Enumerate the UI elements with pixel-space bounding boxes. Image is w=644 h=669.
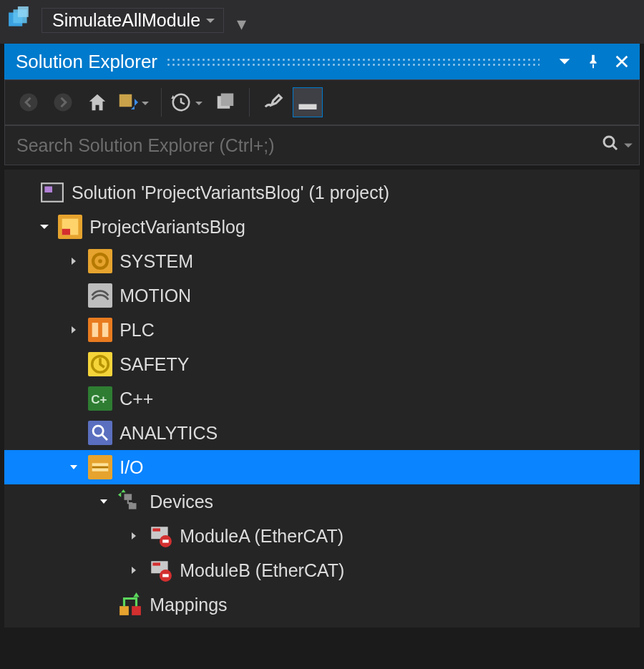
properties-button[interactable] bbox=[258, 87, 288, 117]
explorer-toolbar bbox=[4, 79, 640, 125]
project-label: ProjectVariantsBlog bbox=[89, 217, 245, 238]
configuration-dropdown[interactable]: SimulateAllModule bbox=[42, 8, 224, 33]
io-node[interactable]: I/O bbox=[4, 450, 640, 484]
svg-marker-28 bbox=[118, 492, 121, 497]
twincat-project-icon bbox=[58, 215, 82, 239]
svg-rect-37 bbox=[119, 606, 129, 615]
node-label: SYSTEM bbox=[119, 251, 193, 272]
node-label: MOTION bbox=[119, 285, 191, 306]
module-b-node[interactable]: ModuleB (EtherCAT) bbox=[4, 553, 640, 587]
svg-point-4 bbox=[54, 94, 72, 112]
chevron-down-icon bbox=[205, 10, 216, 31]
expander-expanded-icon[interactable] bbox=[97, 494, 111, 509]
analytics-icon bbox=[88, 421, 112, 445]
chevron-down-icon bbox=[195, 92, 203, 112]
svg-rect-36 bbox=[162, 574, 169, 577]
solution-icon bbox=[40, 180, 64, 205]
node-label: Devices bbox=[150, 492, 213, 512]
expander-collapsed-icon[interactable] bbox=[127, 529, 141, 543]
ethercat-device-icon bbox=[148, 558, 172, 582]
windows-stack-icon bbox=[7, 6, 31, 35]
toolbar-separator bbox=[249, 88, 250, 117]
svg-rect-11 bbox=[299, 104, 317, 110]
cpp-icon: C+ bbox=[88, 386, 112, 411]
search-input[interactable] bbox=[16, 135, 602, 156]
svg-rect-30 bbox=[153, 528, 161, 531]
system-node[interactable]: SYSTEM bbox=[4, 244, 640, 278]
svg-point-3 bbox=[20, 94, 38, 112]
mappings-icon bbox=[118, 592, 142, 617]
motion-node[interactable]: MOTION bbox=[4, 278, 640, 313]
node-label: ModuleA (EtherCAT) bbox=[180, 526, 343, 547]
safety-node[interactable]: SAFETY bbox=[4, 347, 640, 381]
svg-rect-34 bbox=[153, 562, 161, 565]
svg-marker-39 bbox=[133, 592, 140, 597]
system-icon bbox=[88, 249, 112, 273]
sync-view-button[interactable] bbox=[117, 87, 152, 117]
solution-tree: Solution 'ProjectVariantsBlog' (1 projec… bbox=[4, 170, 640, 628]
nav-forward-button[interactable] bbox=[48, 87, 78, 117]
expander-collapsed-icon[interactable] bbox=[67, 323, 81, 337]
ethercat-device-icon bbox=[148, 524, 172, 548]
chevron-down-icon bbox=[141, 92, 150, 112]
safety-icon bbox=[88, 352, 112, 376]
cpp-node[interactable]: C+ C++ bbox=[4, 381, 640, 416]
solution-node[interactable]: Solution 'ProjectVariantsBlog' (1 projec… bbox=[4, 175, 640, 210]
toolbar-separator bbox=[161, 88, 162, 117]
svg-rect-38 bbox=[132, 606, 141, 615]
expander-collapsed-icon[interactable] bbox=[67, 254, 81, 268]
svg-point-12 bbox=[604, 137, 614, 147]
search-icon[interactable] bbox=[602, 135, 619, 156]
node-label: ModuleB (EtherCAT) bbox=[180, 560, 344, 581]
node-label: I/O bbox=[119, 457, 143, 478]
devices-node[interactable]: Devices bbox=[4, 484, 640, 519]
node-label: Mappings bbox=[150, 595, 227, 615]
search-row bbox=[4, 125, 640, 165]
motion-icon bbox=[88, 283, 112, 308]
pin-button[interactable] bbox=[581, 49, 605, 74]
svg-marker-6 bbox=[135, 99, 138, 106]
svg-rect-2 bbox=[18, 6, 29, 17]
top-toolbar: SimulateAllModule ▾ bbox=[0, 0, 644, 44]
svg-rect-10 bbox=[221, 94, 234, 107]
devices-icon bbox=[118, 489, 142, 514]
svg-rect-16 bbox=[62, 229, 70, 235]
svg-marker-27 bbox=[121, 489, 125, 492]
solution-label: Solution 'ProjectVariantsBlog' (1 projec… bbox=[72, 182, 389, 203]
project-node[interactable]: ProjectVariantsBlog bbox=[4, 210, 640, 244]
io-icon bbox=[88, 455, 112, 479]
node-label: C++ bbox=[119, 389, 153, 409]
svg-point-18 bbox=[98, 259, 102, 263]
plc-node[interactable]: PLC bbox=[4, 313, 640, 347]
svg-rect-20 bbox=[102, 323, 109, 337]
preview-button[interactable] bbox=[293, 87, 323, 117]
toolbar-overflow-icon[interactable]: ▾ bbox=[234, 6, 246, 35]
node-label: SAFETY bbox=[119, 354, 189, 375]
svg-rect-19 bbox=[92, 323, 99, 337]
expander-expanded-icon[interactable] bbox=[67, 460, 81, 474]
expander-collapsed-icon[interactable] bbox=[127, 563, 141, 577]
svg-rect-32 bbox=[162, 539, 169, 542]
window-menu-button[interactable] bbox=[552, 49, 577, 74]
mappings-node[interactable]: Mappings bbox=[4, 587, 640, 622]
pending-changes-button[interactable] bbox=[170, 87, 206, 117]
node-label: PLC bbox=[119, 320, 155, 341]
titlebar-grip bbox=[166, 57, 540, 66]
svg-rect-25 bbox=[125, 494, 132, 500]
configuration-name: SimulateAllModule bbox=[52, 10, 200, 31]
svg-rect-14 bbox=[44, 187, 52, 193]
node-label: ANALYTICS bbox=[119, 423, 218, 444]
expander-expanded-icon[interactable] bbox=[36, 220, 51, 234]
svg-rect-5 bbox=[119, 94, 132, 107]
module-a-node[interactable]: ModuleA (EtherCAT) bbox=[4, 519, 640, 553]
home-button[interactable] bbox=[82, 87, 112, 117]
svg-text:C+: C+ bbox=[91, 393, 107, 406]
nav-back-button[interactable] bbox=[14, 87, 44, 117]
panel-title: Solution Explorer bbox=[16, 51, 157, 73]
search-options-button[interactable] bbox=[619, 135, 633, 155]
analytics-node[interactable]: ANALYTICS bbox=[4, 416, 640, 450]
svg-point-23 bbox=[93, 426, 103, 436]
show-all-files-button[interactable] bbox=[210, 87, 240, 117]
plc-icon bbox=[88, 318, 112, 342]
close-button[interactable] bbox=[610, 49, 634, 74]
